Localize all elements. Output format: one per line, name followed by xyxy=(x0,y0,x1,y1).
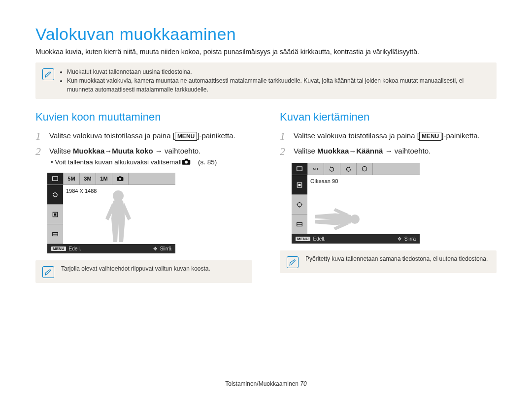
svg-rect-1 xyxy=(185,159,188,160)
left-note-text: Tarjolla olevat vaihtoehdot riippuvat va… xyxy=(60,265,210,272)
left-note-box: Tarjolla olevat vaihtoehdot riippuvat va… xyxy=(35,260,252,283)
left-step2-b1: Muokkaa xyxy=(73,147,104,155)
intro-text: Muokkaa kuvia, kuten kierrä niitä, muuta… xyxy=(35,48,497,56)
screen-resize-topbar: 5M 3M 1M xyxy=(47,173,175,185)
col-resize: Kuvien koon muuttaminen 1 Valitse valoku… xyxy=(35,111,252,295)
screen-resize-body: 1984 X 1488 xyxy=(47,185,175,244)
rotate-opt-off-icon: OFF xyxy=(308,163,324,175)
screen-resize-side xyxy=(47,185,63,244)
right-note-box: Pyöritetty kuva tallennetaan samana tied… xyxy=(280,250,497,273)
top-note-1: Muokatut kuvat tallennetaan uusina tiedo… xyxy=(67,67,490,76)
left-step1-pre: Valitse valokuva toistotilassa ja paina … xyxy=(49,131,175,140)
left-step-1-body: Valitse valokuva toistotilassa ja paina … xyxy=(49,130,252,142)
nav-icon: ✥ xyxy=(398,236,401,242)
screen-rotate-topbar: OFF xyxy=(292,163,420,175)
step-number-1: 1 xyxy=(280,130,289,142)
rotate-topbar-filler xyxy=(373,163,420,175)
svg-text:OFF: OFF xyxy=(313,167,319,170)
rotate-opt-right90-icon xyxy=(324,163,340,175)
resize-opt-3m: 3M xyxy=(80,173,96,185)
rotate-move: ✥Siirrä xyxy=(398,236,416,242)
svg-point-16 xyxy=(298,202,301,206)
rotate-move-label: Siirrä xyxy=(404,236,416,242)
svg-point-2 xyxy=(185,161,188,164)
left-step-2: 2 Valitse Muokkaa → Muuta koko → vaihtoe… xyxy=(35,146,252,167)
resize-move: ✥Siirrä xyxy=(153,246,171,251)
screen-rotate-side xyxy=(292,175,307,234)
right-step1-pre: Valitse valokuva toistotilassa ja paina … xyxy=(294,131,419,140)
right-step1-post: ]-painiketta. xyxy=(441,131,480,140)
screen-resize-botbar: MENUEdell. ✥Siirrä xyxy=(47,244,175,253)
right-step2-b2: Käännä xyxy=(356,147,383,155)
step-number-2: 2 xyxy=(280,146,289,157)
footer-page: 70 xyxy=(300,380,306,387)
heading-resize: Kuvien koon muuttaminen xyxy=(35,111,252,123)
screen-rotate: OFF Oikeaan 90 xyxy=(292,163,420,244)
svg-point-6 xyxy=(119,178,122,181)
svg-rect-8 xyxy=(54,213,57,216)
rotate-back: MENUEdell. xyxy=(296,236,326,242)
right-step-1-body: Valitse valokuva toistotilassa ja paina … xyxy=(294,130,497,142)
top-note-2: Kun muokkaat valokuvia, kamera muuntaa n… xyxy=(67,76,490,94)
resize-top-icon xyxy=(47,173,64,185)
page: Valokuvan muokkaaminen Muokkaa kuvia, ku… xyxy=(0,0,532,295)
note-icon xyxy=(42,68,54,80)
left-sub-ref: (s. 85) xyxy=(196,158,217,166)
svg-rect-3 xyxy=(53,177,58,181)
resize-side-icon-2 xyxy=(47,205,63,224)
screen-resize: 5M 3M 1M 1984 X 1488 xyxy=(47,173,175,253)
page-footer: Toistaminen/Muokkaaminen 70 xyxy=(0,380,532,387)
startup-image-icon xyxy=(187,158,196,165)
left-step2-b2: Muuta koko xyxy=(112,147,153,155)
heading-rotate: Kuvan kiertäminen xyxy=(280,111,497,123)
resize-side-rotate-icon xyxy=(47,185,63,205)
screen-rotate-body: Oikeaan 90 xyxy=(292,175,420,234)
top-note-box: Muokatut kuvat tallennetaan uusina tiedo… xyxy=(35,62,497,99)
rotate-side-icon-1 xyxy=(292,175,307,195)
left-step1-post: ]-painiketta. xyxy=(197,131,235,140)
arrow-right-icon: → xyxy=(104,146,112,156)
rotate-side-icon-2 xyxy=(292,195,307,215)
menu-key: MENU xyxy=(419,132,441,141)
rotate-back-label: Edell. xyxy=(313,236,326,242)
rotate-opt-left90-icon xyxy=(340,163,357,175)
rotate-top-icon xyxy=(292,163,308,175)
nav-icon: ✥ xyxy=(153,246,157,251)
step-number-1: 1 xyxy=(35,130,44,142)
svg-point-11 xyxy=(113,190,124,201)
page-title: Valokuvan muokkaaminen xyxy=(35,25,497,44)
left-step2-pre: Valitse xyxy=(49,147,73,155)
top-note-list: Muokatut kuvat tallennetaan uusina tiedo… xyxy=(60,67,490,94)
resize-opt-5m: 5M xyxy=(64,173,80,185)
rotate-menu-key: MENU xyxy=(296,237,310,241)
left-step-2-body: Valitse Muokkaa → Muuta koko → vaihtoeht… xyxy=(49,146,252,167)
menu-key: MENU xyxy=(175,132,197,141)
left-step2-sub: • Voit tallentaa kuvan alkukuvaksi valit… xyxy=(49,157,252,167)
resize-back-label: Edell. xyxy=(69,246,81,251)
svg-rect-15 xyxy=(299,184,301,186)
svg-rect-12 xyxy=(297,167,302,171)
left-step-1: 1 Valitse valokuva toistotilassa ja pain… xyxy=(35,130,252,142)
svg-rect-5 xyxy=(119,177,122,178)
arrow-right-icon: → xyxy=(349,146,356,156)
right-note-text: Pyöritetty kuva tallennetaan samana tied… xyxy=(304,255,488,262)
right-step2-pre: Valitse xyxy=(294,147,317,155)
rotate-opt-180-icon xyxy=(357,163,373,175)
right-step-1: 1 Valitse valokuva toistotilassa ja pain… xyxy=(280,130,497,142)
resize-caption: 1984 X 1488 xyxy=(66,188,97,194)
columns: Kuvien koon muuttaminen 1 Valitse valoku… xyxy=(35,111,497,295)
person-silhouette-rotated-icon xyxy=(312,202,361,237)
resize-topbar-filler xyxy=(129,173,175,185)
step-number-2: 2 xyxy=(35,146,44,167)
resize-opt-startup-icon xyxy=(112,173,129,185)
svg-point-19 xyxy=(350,215,360,224)
right-step-2-body: Valitse Muokkaa → Käännä → vaihtoehto. xyxy=(294,146,497,157)
col-rotate: Kuvan kiertäminen 1 Valitse valokuva toi… xyxy=(280,111,497,295)
person-silhouette-icon xyxy=(99,189,138,244)
rotate-caption: Oikeaan 90 xyxy=(310,178,338,184)
left-step2-post: → vaihtoehto. xyxy=(153,147,201,155)
note-icon xyxy=(42,266,54,278)
right-step2-b1: Muokkaa xyxy=(317,147,349,155)
note-icon xyxy=(287,256,299,268)
left-sub-text: Voit tallentaa kuvan alkukuvaksi valitse… xyxy=(55,158,187,166)
